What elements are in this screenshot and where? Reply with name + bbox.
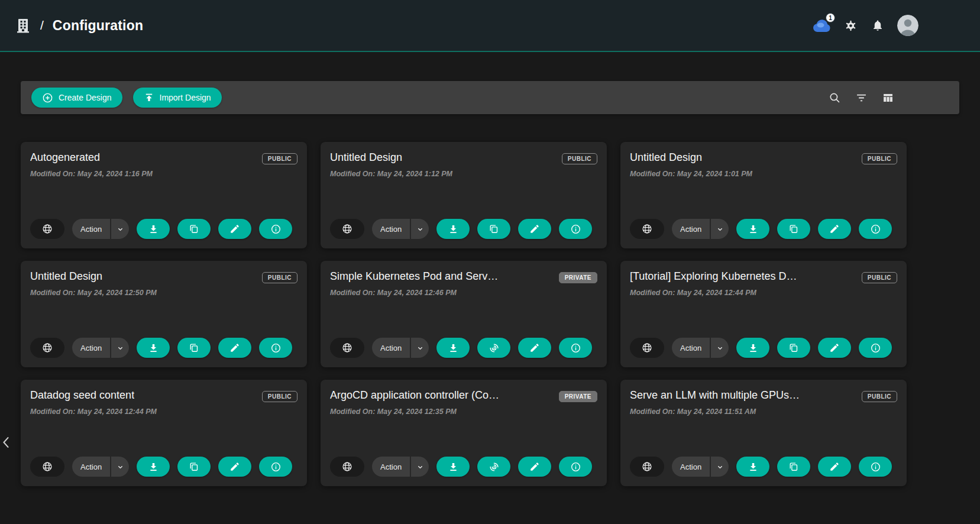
copy-icon bbox=[788, 224, 799, 234]
globe-icon bbox=[341, 223, 353, 235]
action-dropdown-button[interactable] bbox=[111, 338, 129, 358]
download-button[interactable] bbox=[137, 338, 170, 358]
action-split-button: Action bbox=[72, 338, 129, 358]
import-design-button[interactable]: Import Design bbox=[133, 88, 222, 108]
info-button[interactable] bbox=[859, 219, 892, 239]
notification-count-badge: 1 bbox=[826, 13, 835, 22]
action-dropdown-button[interactable] bbox=[711, 338, 729, 358]
settings-button[interactable] bbox=[843, 18, 858, 33]
user-avatar[interactable] bbox=[897, 15, 918, 36]
chevron-down-icon bbox=[716, 462, 725, 471]
visibility-globe-button[interactable] bbox=[30, 219, 64, 239]
action-dropdown-button[interactable] bbox=[111, 457, 129, 477]
modified-date: Modified On: May 24, 2024 1:16 PM bbox=[30, 170, 297, 178]
action-button[interactable]: Action bbox=[672, 338, 710, 358]
action-button[interactable]: Action bbox=[72, 219, 110, 239]
edit-button[interactable] bbox=[818, 338, 851, 358]
chevron-down-icon bbox=[116, 344, 125, 352]
visibility-globe-button[interactable] bbox=[630, 219, 664, 239]
info-button[interactable] bbox=[859, 338, 892, 358]
design-title: ArgoCD application controller (Co… bbox=[330, 389, 499, 402]
edit-button[interactable] bbox=[518, 457, 551, 477]
notifications-button[interactable] bbox=[871, 18, 885, 33]
edit-button[interactable] bbox=[218, 338, 251, 358]
info-button[interactable] bbox=[859, 457, 892, 477]
info-icon bbox=[570, 461, 581, 473]
download-button[interactable] bbox=[736, 338, 769, 358]
download-button[interactable] bbox=[736, 219, 769, 239]
action-button[interactable]: Action bbox=[372, 457, 410, 477]
action-dropdown-button[interactable] bbox=[711, 219, 729, 239]
visibility-globe-button[interactable] bbox=[30, 338, 64, 358]
action-dropdown-button[interactable] bbox=[411, 338, 429, 358]
cloud-account-button[interactable]: 1 bbox=[812, 17, 831, 34]
action-button[interactable]: Action bbox=[72, 338, 110, 358]
download-button[interactable] bbox=[436, 338, 470, 358]
action-dropdown-button[interactable] bbox=[411, 457, 429, 477]
action-button[interactable]: Action bbox=[372, 219, 410, 239]
edit-button[interactable] bbox=[818, 219, 851, 239]
card-actions: Action bbox=[30, 338, 297, 358]
clone-button[interactable] bbox=[777, 219, 810, 239]
clone-button[interactable] bbox=[777, 338, 810, 358]
design-card: Datadog seed content PUBLIC Modified On:… bbox=[21, 380, 307, 486]
edit-button[interactable] bbox=[218, 457, 251, 477]
visibility-globe-button[interactable] bbox=[330, 219, 364, 239]
globe-icon bbox=[41, 342, 53, 354]
download-button[interactable] bbox=[137, 219, 170, 239]
card-header: Untitled Design PUBLIC bbox=[30, 270, 297, 283]
download-button[interactable] bbox=[736, 457, 769, 477]
filter-button[interactable] bbox=[854, 90, 869, 105]
action-split-button: Action bbox=[72, 219, 129, 239]
download-button[interactable] bbox=[436, 457, 470, 477]
edit-button[interactable] bbox=[818, 457, 851, 477]
clone-button[interactable] bbox=[477, 457, 510, 477]
search-button[interactable] bbox=[827, 90, 842, 105]
action-dropdown-button[interactable] bbox=[111, 219, 129, 239]
design-card: ArgoCD application controller (Co… PRIVA… bbox=[321, 380, 607, 486]
visibility-globe-button[interactable] bbox=[630, 338, 664, 358]
edit-pencil-icon bbox=[829, 342, 840, 353]
edit-button[interactable] bbox=[518, 219, 551, 239]
download-button[interactable] bbox=[137, 457, 170, 477]
table-view-button[interactable] bbox=[881, 90, 895, 105]
clone-button[interactable] bbox=[177, 457, 211, 477]
clone-button[interactable] bbox=[477, 338, 510, 358]
action-button[interactable]: Action bbox=[672, 219, 710, 239]
download-button[interactable] bbox=[436, 219, 470, 239]
info-button[interactable] bbox=[559, 338, 592, 358]
visibility-globe-button[interactable] bbox=[30, 457, 64, 477]
card-header: Serve an LLM with multiple GPUs… PUBLIC bbox=[630, 389, 897, 402]
modified-date: Modified On: May 24, 2024 1:12 PM bbox=[330, 170, 597, 178]
organization-logo[interactable] bbox=[15, 17, 31, 34]
info-button[interactable] bbox=[559, 219, 592, 239]
visibility-globe-button[interactable] bbox=[330, 338, 364, 358]
action-dropdown-button[interactable] bbox=[411, 219, 429, 239]
action-button-label: Action bbox=[680, 225, 701, 234]
edit-button[interactable] bbox=[518, 338, 551, 358]
modified-date: Modified On: May 24, 2024 12:44 PM bbox=[30, 407, 297, 416]
clone-button[interactable] bbox=[777, 457, 810, 477]
action-dropdown-button[interactable] bbox=[711, 457, 729, 477]
copy-icon bbox=[788, 342, 799, 353]
action-button[interactable]: Action bbox=[72, 457, 110, 477]
design-title: [Tutorial] Exploring Kubernetes D… bbox=[630, 270, 797, 283]
clone-button[interactable] bbox=[177, 338, 211, 358]
info-button[interactable] bbox=[259, 219, 292, 239]
download-icon bbox=[748, 342, 759, 354]
info-button[interactable] bbox=[259, 457, 292, 477]
clone-button[interactable] bbox=[177, 219, 211, 239]
create-design-button[interactable]: Create Design bbox=[31, 88, 122, 108]
visibility-globe-button[interactable] bbox=[630, 457, 664, 477]
edit-button[interactable] bbox=[218, 219, 251, 239]
action-button[interactable]: Action bbox=[372, 338, 410, 358]
clone-button[interactable] bbox=[477, 219, 510, 239]
design-title: Simple Kubernetes Pod and Serv… bbox=[330, 270, 498, 283]
design-card: Serve an LLM with multiple GPUs… PUBLIC … bbox=[620, 380, 907, 486]
sidebar-expand-button[interactable] bbox=[1, 435, 11, 450]
action-split-button: Action bbox=[672, 338, 729, 358]
info-button[interactable] bbox=[559, 457, 592, 477]
info-button[interactable] bbox=[259, 338, 292, 358]
action-button[interactable]: Action bbox=[672, 457, 710, 477]
visibility-globe-button[interactable] bbox=[330, 457, 364, 477]
